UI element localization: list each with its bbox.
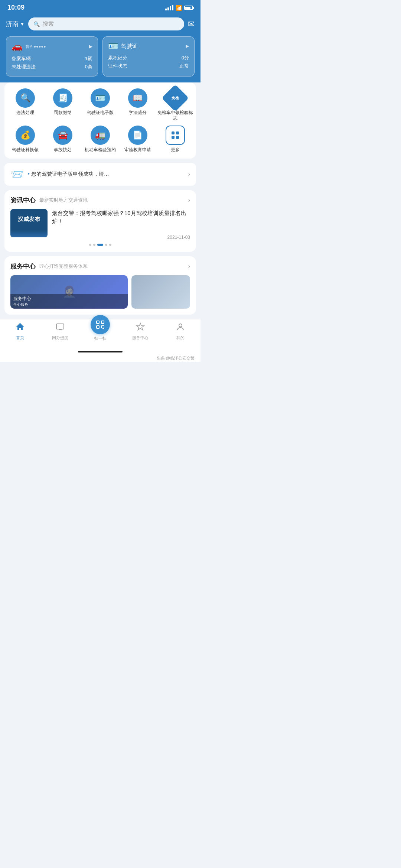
vehicle-value-1: 1辆 [85,55,92,62]
bottom-nav: 首页 网办进度 扫一扫 [0,319,200,349]
svg-point-14 [179,324,182,327]
home-indicator [78,351,123,352]
service-item-jianyanyuyue[interactable]: 🚛 机动车检验预约 [82,126,118,153]
license-plate: 鲁A·●●●●● [26,44,46,49]
car-icon: 🚗 [12,41,23,52]
xueFA-label: 学法减分 [129,110,147,116]
service-center-arrow[interactable]: › [188,263,190,270]
service-label: 服务中心 [132,335,149,341]
nav-item-service[interactable]: 服务中心 [120,322,160,341]
search-placeholder: 搜索 [43,20,54,27]
jiashizheng-icon: 🪪 [91,88,110,108]
home-bar [0,349,200,354]
shenhe-label: 审验教育申请 [124,147,151,153]
service-item-shenhe[interactable]: 📄 审验教育申请 [120,126,156,153]
service-item-fakuan[interactable]: 🧾 罚款缴纳 [45,88,81,121]
jianyanyuyue-label: 机动车检验预约 [85,147,116,153]
service-item-buhuan[interactable]: 💰 驾驶证补换领 [7,126,43,153]
svg-rect-8 [101,321,104,324]
home-label: 首页 [16,335,24,341]
person-icon [176,322,185,334]
service-center-section: 服务中心 匠心打造完整服务体系 › 👩‍💼 服务中心 全心服务 [4,256,196,315]
shigukuaichu-icon: 🚘 [53,126,72,145]
vehicle-label-2: 未处理违法 [12,64,36,70]
status-icons: 📶 [165,5,193,11]
overlay-title: 服务中心 [13,296,125,302]
service-item-gengduo[interactable]: 更多 [157,126,193,153]
svg-rect-3 [176,136,179,139]
service-center-title: 服务中心 [10,262,36,271]
notif-arrow-icon: › [188,171,190,178]
svg-rect-7 [97,321,99,324]
nav-item-home[interactable]: 首页 [0,322,40,341]
wifi-icon: 📶 [176,5,182,11]
dot-1 [89,244,91,246]
mine-label: 我的 [176,335,185,341]
fakuan-label: 罚款缴纳 [54,110,72,116]
vehicle-label-1: 备案车辆 [12,55,31,62]
services-panel: 🔍 违法处理 🧾 罚款缴纳 🪪 驾驶证电子版 📖 学法减分 免检 [4,82,196,159]
license-value-1: 0分 [182,55,189,61]
service-item-xueFA[interactable]: 📖 学法减分 [120,88,156,121]
weifa-label: 违法处理 [16,110,34,116]
progress-label: 网办进度 [52,335,68,341]
shigukuaichu-label: 事故快处 [54,147,72,153]
news-item[interactable]: 汉威发布 烟台交警：报考驾校哪家强？10月驾校培训质量排名出炉！ 2021-11… [10,209,190,240]
search-bar[interactable]: 🔍 搜索 [28,17,184,30]
xueFA-icon: 📖 [128,88,147,108]
jianyanyuyue-icon: 🚛 [91,126,110,145]
cards-row: 🚗 鲁A·●●●●● ▶ 备案车辆 1辆 未处理违法 0条 🪪 驾驶证 ▶ 累积… [0,36,200,82]
vehicle-card[interactable]: 🚗 鲁A·●●●●● ▶ 备案车辆 1辆 未处理违法 0条 [6,36,98,77]
city-name: 济南 [6,20,19,28]
watermark: 头条 @临泽公安交警 [0,354,200,362]
service-item-weifa[interactable]: 🔍 违法处理 [7,88,43,121]
envelope-icon: 📨 [10,168,23,181]
shenhe-icon: 📄 [128,126,147,145]
scan-icon [95,320,105,329]
service-item-jiashizheng[interactable]: 🪪 驾驶证电子版 [82,88,118,121]
status-time: 10:09 [7,4,25,12]
jiashizheng-label: 驾驶证电子版 [87,110,114,116]
fakuan-icon: 🧾 [53,88,72,108]
chevron-down-icon: ▼ [20,22,25,27]
notification-banner[interactable]: 📨 • 您的驾驶证电子版申领成功，请… › [4,163,196,186]
service-center-subtitle: 匠心打造完整服务体系 [39,263,188,270]
news-thumbnail: 汉威发布 [10,209,48,237]
service-item-mianjiian[interactable]: 免检 免检车申领检验标志 [157,88,193,121]
news-content: 烟台交警：报考驾校哪家强？10月驾校培训质量排名出炉！ 2021-11-03 [52,209,190,240]
mianjiian-label: 免检车申领检验标志 [157,110,193,121]
signal-icon [165,5,173,10]
news-section-title: 资讯中心 [10,196,36,205]
carousel-dots [10,244,190,246]
buhuan-icon: 💰 [16,126,35,145]
license-card[interactable]: 🪪 驾驶证 ▶ 累积记分 0分 证件状态 正常 [102,36,195,77]
news-date: 2021-11-03 [52,235,190,240]
monitor-icon [56,322,65,334]
service-center-header: 服务中心 匠心打造完整服务体系 › [10,262,190,271]
news-section-arrow[interactable]: › [188,197,190,204]
dot-2 [93,244,95,246]
news-section-subtitle: 最新实时地方交通资讯 [39,197,188,204]
license-field-row-1: 累积记分 0分 [108,55,189,61]
news-section: 资讯中心 最新实时地方交通资讯 › 汉威发布 烟台交警：报考驾校哪家强？10月驾… [4,190,196,252]
service-center-side-image[interactable] [131,275,190,309]
dot-4 [105,244,107,246]
vehicle-filed-row: 备案车辆 1辆 [12,55,92,62]
nav-item-progress[interactable]: 网办进度 [40,322,80,341]
mail-icon[interactable]: ✉ [188,19,195,29]
status-bar: 10:09 📶 [0,0,200,14]
nav-item-mine[interactable]: 我的 [160,322,200,341]
scan-button[interactable] [91,315,110,334]
service-center-overlay: 服务中心 全心服务 [10,294,128,309]
service-center-images: 👩‍💼 服务中心 全心服务 [10,275,190,309]
service-item-shigukuaichu[interactable]: 🚘 事故快处 [45,126,81,153]
city-selector[interactable]: 济南 ▼ [6,20,25,28]
service-center-main-image[interactable]: 👩‍💼 服务中心 全心服务 [10,275,128,309]
svg-rect-2 [172,136,175,139]
vehicle-card-arrow: ▶ [89,44,92,49]
dot-5 [109,244,111,246]
svg-rect-1 [176,131,179,134]
nav-item-scan[interactable]: 扫一扫 [80,322,120,341]
vehicle-card-header: 🚗 鲁A·●●●●● ▶ [12,41,92,52]
header: 济南 ▼ 🔍 搜索 ✉ [0,14,200,36]
